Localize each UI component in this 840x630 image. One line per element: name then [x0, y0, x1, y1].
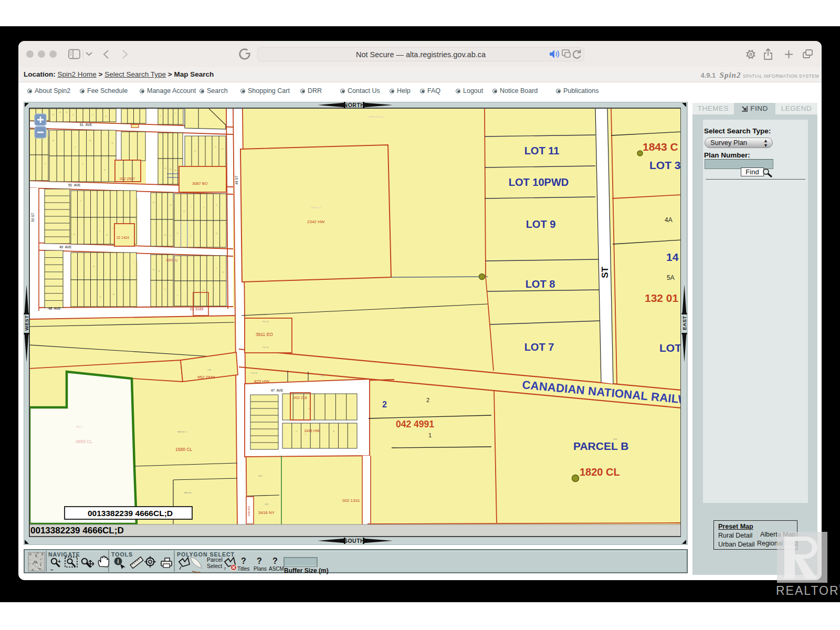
- svg-text:2: 2: [426, 397, 429, 403]
- svg-text:21: 21: [104, 169, 106, 171]
- svg-text:12: 12: [194, 150, 196, 152]
- svg-text:12: 12: [93, 266, 95, 268]
- svg-text:TOOLS: TOOLS: [111, 551, 133, 558]
- svg-text:49 AVE: 49 AVE: [59, 245, 72, 249]
- svg-text:REALTOR: REALTOR: [776, 584, 839, 597]
- svg-text:PARADISE HILL: PARADISE HILL: [369, 116, 384, 118]
- svg-text:11: 11: [111, 142, 113, 144]
- svg-text:3416 NY: 3416 NY: [258, 510, 275, 515]
- svg-text:48 ST: 48 ST: [235, 175, 238, 184]
- svg-text:PCL A: PCL A: [262, 320, 269, 323]
- svg-text:14: 14: [666, 251, 679, 263]
- svg-text:4805 U: 4805 U: [166, 258, 178, 262]
- svg-text:PCL 1: PCL 1: [76, 426, 83, 428]
- svg-text:7MR: 7MR: [320, 374, 325, 377]
- svg-text:PARCEL: PARCEL: [184, 491, 192, 494]
- svg-text:16: 16: [52, 140, 54, 142]
- svg-text:PCL A: PCL A: [251, 372, 257, 374]
- svg-text:17: 17: [177, 233, 179, 235]
- svg-text:NORTH: NORTH: [344, 102, 365, 108]
- svg-text:48 AVE: 48 AVE: [48, 307, 61, 310]
- svg-text:2: 2: [382, 400, 387, 409]
- svg-text:Titles: Titles: [237, 566, 250, 572]
- svg-text:22 1424: 22 1424: [117, 236, 129, 239]
- svg-text:Parcel: Parcel: [207, 556, 223, 563]
- svg-text:20: 20: [333, 430, 335, 433]
- svg-text:?: ?: [241, 556, 246, 565]
- svg-text:15: 15: [106, 234, 108, 236]
- svg-text:13: 13: [113, 293, 115, 296]
- svg-text:002 2507: 002 2507: [120, 177, 135, 181]
- svg-text:02 3185: 02 3185: [190, 307, 203, 311]
- svg-text:51 AVE: 51 AVE: [80, 123, 92, 127]
- svg-text:PCL B: PCL B: [262, 346, 269, 349]
- svg-text:LOT 11: LOT 11: [524, 145, 560, 156]
- svg-text:PARCEL 1: PARCEL 1: [177, 430, 188, 433]
- svg-text:ASCM: ASCM: [269, 566, 284, 572]
- svg-text:5A: 5A: [667, 274, 675, 281]
- svg-text:1843 C: 1843 C: [643, 141, 678, 153]
- svg-text:169 KS: 169 KS: [247, 506, 250, 517]
- svg-text:2342 HW: 2342 HW: [307, 219, 325, 224]
- svg-text:UP1: UP1: [265, 503, 269, 506]
- svg-text:POLYGON SELECT: POLYGON SELECT: [177, 551, 235, 558]
- svg-text:Plans: Plans: [254, 566, 267, 572]
- svg-text:LOT 8: LOT 8: [526, 278, 555, 290]
- svg-text:14: 14: [66, 111, 68, 113]
- svg-text:3911 EO: 3911 EO: [256, 332, 273, 337]
- svg-text:16: 16: [89, 140, 91, 142]
- svg-text:0013382239 4666CL;D: 0013382239 4666CL;D: [88, 509, 173, 518]
- svg-text:2445 HW: 2445 HW: [304, 429, 320, 433]
- svg-text:47 AVE: 47 AVE: [271, 388, 284, 392]
- svg-text:12: 12: [183, 211, 185, 213]
- svg-text:1580 CL: 1580 CL: [175, 447, 192, 452]
- svg-text:i: i: [118, 559, 119, 564]
- svg-text:21: 21: [222, 271, 224, 274]
- svg-text:Select: Select: [207, 563, 222, 569]
- svg-text:16: 16: [222, 148, 224, 150]
- svg-text:50 ST: 50 ST: [31, 213, 35, 222]
- svg-text:24B: 24B: [207, 369, 211, 371]
- svg-text:7: 7: [224, 566, 226, 571]
- svg-text:LOT: LOT: [659, 342, 681, 354]
- svg-text:LOT 3: LOT 3: [649, 159, 681, 171]
- svg-text:1820 CL: 1820 CL: [580, 466, 620, 478]
- svg-text:042 4991: 042 4991: [396, 419, 434, 429]
- svg-text:+: +: [58, 559, 61, 564]
- svg-text:11: 11: [153, 269, 154, 271]
- svg-text:ST: ST: [600, 267, 610, 278]
- svg-text:15: 15: [170, 204, 172, 206]
- svg-text:PARCEL B: PARCEL B: [573, 440, 628, 452]
- svg-text:18: 18: [174, 170, 176, 172]
- svg-text:PARCEL A: PARCEL A: [311, 206, 321, 209]
- svg-text:12: 12: [216, 233, 218, 235]
- svg-text:NAVIGATE: NAVIGATE: [48, 551, 80, 558]
- svg-text:4A: 4A: [665, 216, 673, 224]
- svg-text:24: 24: [164, 234, 166, 236]
- svg-text:50 AVE: 50 AVE: [68, 183, 81, 187]
- svg-text:3087 BO: 3087 BO: [192, 181, 208, 186]
- svg-text:12: 12: [100, 296, 102, 298]
- svg-text:132 01: 132 01: [645, 292, 679, 304]
- svg-text:Buffer Size (m): Buffer Size (m): [284, 567, 329, 574]
- svg-text:002 218: 002 218: [293, 396, 307, 400]
- svg-text:17: 17: [296, 430, 298, 433]
- svg-text:24: 24: [164, 167, 166, 170]
- svg-text:22: 22: [74, 234, 76, 236]
- svg-text:0013382239 4666CL;D: 0013382239 4666CL;D: [30, 526, 124, 536]
- svg-text:1: 1: [428, 432, 432, 438]
- svg-text:?: ?: [272, 556, 278, 565]
- svg-text:UP1: UP1: [258, 475, 263, 477]
- svg-text:LOT 10PWD: LOT 10PWD: [509, 176, 569, 188]
- svg-text:WEST: WEST: [24, 315, 29, 330]
- svg-text:LOT 7: LOT 7: [524, 341, 554, 353]
- svg-text:10: 10: [105, 116, 107, 118]
- svg-text:17: 17: [52, 114, 55, 116]
- svg-text:−: −: [50, 567, 54, 573]
- svg-text:SOUTH: SOUTH: [344, 538, 364, 544]
- svg-text:24: 24: [158, 270, 160, 272]
- svg-text:12: 12: [153, 202, 155, 204]
- svg-text:4859 CL: 4859 CL: [76, 439, 92, 444]
- svg-text:16: 16: [170, 169, 172, 171]
- svg-text:LOT 9: LOT 9: [526, 218, 556, 230]
